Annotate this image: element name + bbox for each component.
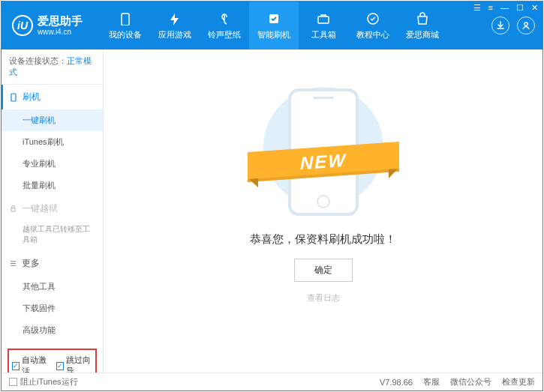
flash-item-2[interactable]: 专业刷机 bbox=[2, 153, 103, 175]
phone-icon bbox=[9, 93, 18, 102]
nav-2[interactable]: 铃声壁纸 bbox=[200, 1, 249, 49]
flash-item-3[interactable]: 批量刷机 bbox=[2, 175, 103, 196]
skip-guide-checkbox[interactable]: ✓跳过向导 bbox=[56, 355, 93, 373]
nav-icon bbox=[118, 11, 133, 26]
logo-icon: iU bbox=[12, 15, 33, 36]
list-icon[interactable]: ≡ bbox=[488, 3, 493, 13]
jailbreak-note: 越狱工具已转移至工具箱 bbox=[2, 221, 103, 251]
support-link[interactable]: 客服 bbox=[423, 376, 440, 388]
download-icon[interactable] bbox=[491, 16, 509, 34]
more-item-0[interactable]: 其他工具 bbox=[2, 276, 103, 298]
block-itunes-checkbox[interactable]: 阻止iTunes运行 bbox=[9, 376, 78, 388]
nav-icon bbox=[415, 11, 430, 26]
nav-icon bbox=[316, 11, 331, 26]
version: V7.98.66 bbox=[380, 378, 413, 387]
nav-5[interactable]: 教程中心 bbox=[348, 1, 398, 49]
section-jailbreak: 一键越狱 bbox=[2, 196, 103, 221]
brand-url: www.i4.cn bbox=[38, 28, 83, 36]
auto-activate-checkbox[interactable]: ✓自动激活 bbox=[12, 355, 49, 373]
more-item-2[interactable]: 高级功能 bbox=[2, 319, 103, 341]
window-controls: ☰ ≡ — ☐ ✕ bbox=[473, 3, 538, 13]
nav-1[interactable]: 应用游戏 bbox=[150, 1, 200, 49]
svg-rect-5 bbox=[11, 94, 16, 101]
nav-icon bbox=[266, 11, 281, 26]
success-illustration: NEW bbox=[267, 81, 380, 216]
wechat-link[interactable]: 微信公众号 bbox=[450, 376, 491, 388]
flash-item-0[interactable]: 一键刷机 bbox=[2, 109, 103, 131]
section-more[interactable]: 更多 bbox=[2, 251, 103, 276]
svg-rect-0 bbox=[122, 13, 129, 25]
main-content: NEW 恭喜您，保资料刷机成功啦！ 确定 查看日志 bbox=[104, 49, 542, 373]
close-icon[interactable]: ✕ bbox=[531, 3, 538, 13]
options-box: ✓自动激活 ✓跳过向导 bbox=[8, 349, 97, 373]
nav-icon bbox=[167, 11, 182, 26]
success-message: 恭喜您，保资料刷机成功啦！ bbox=[250, 232, 396, 247]
lock-icon bbox=[9, 205, 17, 213]
confirm-button[interactable]: 确定 bbox=[294, 259, 353, 282]
footer: 阻止iTunes运行 V7.98.66 客服 微信公众号 检查更新 bbox=[2, 373, 542, 391]
svg-rect-6 bbox=[11, 208, 16, 212]
nav-0[interactable]: 我的设备 bbox=[101, 1, 150, 49]
nav-6[interactable]: 爱思商城 bbox=[398, 1, 447, 49]
nav-3[interactable]: 智能刷机 bbox=[249, 1, 299, 49]
flash-item-1[interactable]: iTunes刷机 bbox=[2, 131, 103, 153]
svg-point-4 bbox=[524, 22, 527, 25]
nav-icon bbox=[365, 11, 380, 26]
logo: iU 爱思助手 www.i4.cn bbox=[12, 15, 83, 36]
more-item-1[interactable]: 下载固件 bbox=[2, 298, 103, 319]
view-log-link[interactable]: 查看日志 bbox=[307, 292, 340, 304]
check-update-link[interactable]: 检查更新 bbox=[502, 376, 535, 388]
user-icon[interactable] bbox=[517, 16, 535, 34]
sidebar: 设备连接状态：正常模式 刷机 一键刷机iTunes刷机专业刷机批量刷机 一键越狱… bbox=[2, 49, 104, 373]
nav-4[interactable]: 工具箱 bbox=[299, 1, 348, 49]
header: ☰ ≡ — ☐ ✕ iU 爱思助手 www.i4.cn 我的设备应用游戏铃声壁纸… bbox=[2, 1, 542, 49]
maximize-icon[interactable]: ☐ bbox=[516, 3, 524, 13]
more-icon bbox=[9, 259, 17, 268]
svg-rect-2 bbox=[318, 16, 329, 23]
nav: 我的设备应用游戏铃声壁纸智能刷机工具箱教程中心爱思商城 bbox=[101, 1, 447, 49]
brand-name: 爱思助手 bbox=[38, 15, 83, 28]
section-flash[interactable]: 刷机 bbox=[2, 85, 103, 109]
nav-icon bbox=[217, 11, 232, 26]
connection-status: 设备连接状态：正常模式 bbox=[2, 49, 103, 85]
minimize-icon[interactable]: — bbox=[500, 3, 509, 13]
menu-icon[interactable]: ☰ bbox=[473, 3, 481, 13]
